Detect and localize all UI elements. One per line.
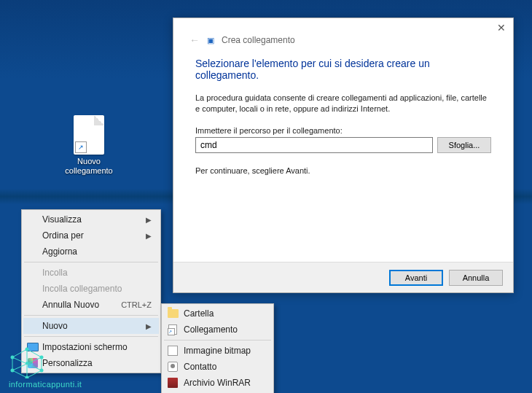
chevron-right-icon: ▶	[146, 216, 152, 224]
shortcut-file-icon	[74, 115, 104, 155]
menu-item-incolla: Incolla	[23, 265, 159, 281]
submenu-item-cartella[interactable]: Cartella	[163, 306, 272, 322]
svg-point-6	[40, 369, 44, 373]
dialog-footer: Avanti Annulla	[173, 262, 513, 292]
svg-point-7	[26, 376, 29, 379]
watermark: informaticappunti.it	[9, 346, 82, 389]
menu-item-annulla-nuovo[interactable]: Annulla NuovoCTRL+Z	[23, 297, 159, 313]
close-icon[interactable]: ✕	[497, 22, 506, 34]
back-icon[interactable]: ←	[189, 34, 200, 46]
submenu-nuovo: Cartella Collegamento Immagine bitmap Co…	[161, 303, 274, 393]
folder-icon	[167, 308, 179, 319]
menu-item-ordina-per[interactable]: Ordina per▶	[23, 227, 159, 244]
menu-separator	[24, 315, 158, 316]
shortcut-icon	[167, 324, 179, 335]
submenu-item-bitmap[interactable]: Immagine bitmap	[163, 343, 272, 359]
bitmap-icon	[167, 345, 179, 357]
submenu-item-contatto[interactable]: Contatto	[163, 359, 272, 375]
next-button[interactable]: Avanti	[389, 270, 443, 286]
svg-point-4	[26, 348, 29, 351]
path-field-label: Immettere il percorso per il collegament…	[195, 126, 491, 135]
contact-icon	[167, 361, 179, 373]
menu-item-visualizza[interactable]: Visualizza▶	[23, 211, 159, 227]
watermark-logo-icon	[9, 346, 45, 378]
svg-point-9	[11, 356, 15, 359]
continue-hint: Per continuare, scegliere Avanti.	[195, 166, 491, 175]
submenu-item-collegamento[interactable]: Collegamento	[163, 322, 272, 338]
svg-point-8	[11, 369, 15, 373]
submenu-item-winrar[interactable]: Archivio WinRAR	[163, 375, 272, 391]
keyboard-shortcut: CTRL+Z	[121, 300, 152, 309]
watermark-text: informaticappunti.it	[9, 380, 82, 389]
menu-item-incolla-collegamento: Incolla collegamento	[23, 281, 159, 297]
path-input[interactable]	[195, 137, 433, 153]
desktop-shortcut-label: Nuovo collegamento	[58, 157, 120, 176]
menu-item-aggiorna[interactable]: Aggiorna	[23, 244, 159, 260]
shortcut-wizard-icon: ▣	[207, 36, 214, 45]
menu-separator	[164, 340, 271, 341]
chevron-right-icon: ▶	[146, 322, 152, 330]
rar-icon	[167, 377, 179, 389]
svg-point-10	[26, 362, 28, 365]
desktop-shortcut-new[interactable]: Nuovo collegamento	[58, 115, 120, 176]
dialog-breadcrumb: Crea collegamento	[222, 35, 295, 45]
dialog-headline: Selezionare l'elemento per cui si deside…	[195, 58, 491, 81]
chevron-right-icon: ▶	[146, 232, 152, 240]
menu-item-nuovo[interactable]: Nuovo▶	[23, 318, 159, 334]
menu-separator	[24, 336, 158, 337]
svg-point-5	[40, 356, 44, 359]
browse-button[interactable]: Sfoglia...	[437, 137, 491, 153]
create-shortcut-dialog: ✕ ← ▣ Crea collegamento Selezionare l'el…	[173, 17, 514, 293]
dialog-description: La procedura guidata consente di creare …	[195, 93, 491, 114]
menu-separator	[24, 262, 158, 262]
cancel-button[interactable]: Annulla	[449, 270, 503, 286]
